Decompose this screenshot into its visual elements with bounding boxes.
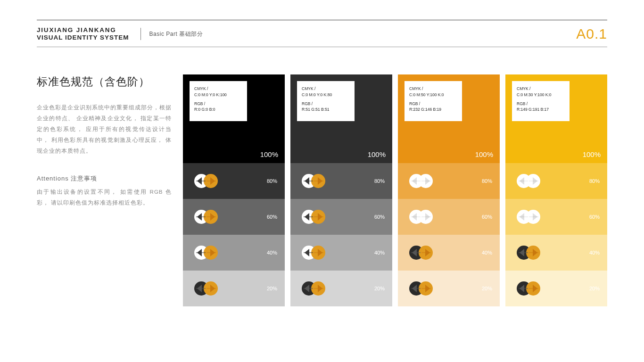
page-header: JIUXIANG JIANKANG VISUAL IDENTITY SYSTEM… <box>37 20 607 47</box>
swatch-column: CMYK / C:0 M:0 Y:0 K:100 RGB / R:0 G:0 B… <box>183 74 285 306</box>
swatch-head: CMYK / C:0 M:0 Y:0 K:100 RGB / R:0 G:0 B… <box>183 74 285 163</box>
cmyk-value: C:0 M:0 Y:0 K:80 <box>302 92 350 98</box>
tint-row: 80% <box>183 163 285 199</box>
rgb-value: R:0 G:0 B:0 <box>194 107 242 113</box>
color-spec-card: CMYK / C:0 M:50 Y:100 K:0 RGB / R:232 G:… <box>405 81 462 121</box>
tint-percent: 40% <box>374 250 385 255</box>
tint-percent-100: 100% <box>260 150 278 158</box>
attention-title: Attentions 注意事项 <box>37 174 172 183</box>
brand-block: JIUXIANG JIANKANG VISUAL IDENTITY SYSTEM <box>37 26 129 41</box>
logo-icon <box>406 279 436 298</box>
tint-row: 80% <box>398 163 500 199</box>
cmyk-value: C:0 M:50 Y:100 K:0 <box>409 92 457 98</box>
tint-row: 60% <box>290 199 392 235</box>
tint-percent: 20% <box>482 286 492 291</box>
rgb-label: RGB / <box>517 101 565 107</box>
color-spec-card: CMYK / C:0 M:30 Y:100 K:0 RGB / R:149 G:… <box>512 81 570 121</box>
tint-row: 60% <box>183 199 285 235</box>
tint-row: 20% <box>398 271 500 306</box>
tint-percent-100: 100% <box>583 150 601 158</box>
tint-row: 40% <box>398 235 500 271</box>
section-title: 标准色规范（含色阶） <box>37 74 172 89</box>
tint-percent: 60% <box>589 214 600 220</box>
logo-icon <box>514 243 543 262</box>
rgb-value: R:232 G:146 B:19 <box>409 107 457 113</box>
cmyk-value: C:0 M:0 Y:0 K:100 <box>194 92 242 98</box>
tint-percent: 40% <box>267 250 277 255</box>
tint-row: 80% <box>505 163 607 199</box>
logo-icon <box>191 207 221 226</box>
tint-percent: 60% <box>482 214 492 220</box>
divider <box>140 28 141 40</box>
tint-row: 60% <box>505 199 607 235</box>
tint-percent: 80% <box>482 178 492 184</box>
swatch-column: CMYK / C:0 M:50 Y:100 K:0 RGB / R:232 G:… <box>398 74 500 306</box>
logo-icon <box>406 207 436 226</box>
tint-percent: 20% <box>374 286 385 291</box>
tint-percent: 60% <box>374 214 385 220</box>
swatch-grid: CMYK / C:0 M:0 Y:0 K:100 RGB / R:0 G:0 B… <box>183 74 607 306</box>
tint-percent: 40% <box>482 250 492 255</box>
tint-percent: 60% <box>267 214 277 220</box>
brand-line-1: JIUXIANG JIANKANG <box>37 26 129 34</box>
rgb-label: RGB / <box>409 101 457 107</box>
logo-icon <box>191 279 221 298</box>
logo-icon <box>299 207 328 226</box>
swatch-head: CMYK / C:0 M:50 Y:100 K:0 RGB / R:232 G:… <box>398 74 500 163</box>
tint-row: 40% <box>505 235 607 271</box>
tint-percent: 20% <box>589 286 600 291</box>
tint-row: 80% <box>290 163 392 199</box>
logo-icon <box>299 172 328 190</box>
color-spec-card: CMYK / C:0 M:0 Y:0 K:100 RGB / R:0 G:0 B… <box>190 81 247 121</box>
rgb-value: R:51 G:51 B:51 <box>302 107 350 113</box>
tint-percent-100: 100% <box>475 150 493 158</box>
tint-row: 40% <box>290 235 392 271</box>
cmyk-label: CMYK / <box>517 86 565 92</box>
logo-icon <box>406 172 436 190</box>
cmyk-label: CMYK / <box>194 86 242 92</box>
logo-icon <box>191 172 221 190</box>
logo-icon <box>514 172 543 190</box>
color-spec-card: CMYK / C:0 M:0 Y:0 K:80 RGB / R:51 G:51 … <box>297 81 355 121</box>
logo-icon <box>299 243 328 262</box>
logo-icon <box>406 243 436 262</box>
tint-row: 20% <box>183 271 285 306</box>
sidebar-text: 标准色规范（含色阶） 企业色彩是企业识别系统中的重要组成部分，根据企业的特点、 … <box>37 74 183 306</box>
rgb-label: RGB / <box>302 101 350 107</box>
tint-percent: 80% <box>589 178 600 184</box>
logo-icon <box>514 207 543 226</box>
logo-icon <box>514 279 543 298</box>
tint-percent-100: 100% <box>368 150 386 158</box>
page-code: A0.1 <box>576 26 607 42</box>
rgb-label: RGB / <box>194 101 242 107</box>
cmyk-label: CMYK / <box>302 86 350 92</box>
brand-line-2: VISUAL IDENTITY SYSTEM <box>37 34 129 41</box>
attention-paragraph: 由于输出设备的设置不同， 如需使用 RGB 色彩， 请以印刷色值为标准选择相近色… <box>37 187 172 208</box>
swatch-column: CMYK / C:0 M:30 Y:100 K:0 RGB / R:149 G:… <box>505 74 607 306</box>
logo-icon <box>191 243 221 262</box>
swatch-head: CMYK / C:0 M:30 Y:100 K:0 RGB / R:149 G:… <box>505 74 607 163</box>
header-subtitle: Basic Part 基础部分 <box>149 30 203 38</box>
tint-row: 20% <box>290 271 392 306</box>
tint-percent: 80% <box>267 178 277 184</box>
swatch-column: CMYK / C:0 M:0 Y:0 K:80 RGB / R:51 G:51 … <box>290 74 392 306</box>
cmyk-value: C:0 M:30 Y:100 K:0 <box>517 92 565 98</box>
tint-percent: 40% <box>589 250 600 255</box>
cmyk-label: CMYK / <box>409 86 457 92</box>
tint-row: 60% <box>398 199 500 235</box>
rgb-value: R:149 G:191 B:17 <box>517 107 565 113</box>
section-paragraph: 企业色彩是企业识别系统中的重要组成部分，根据企业的特点、 企业精神及企业文化， … <box>37 102 172 156</box>
logo-icon <box>299 279 328 298</box>
tint-row: 40% <box>183 235 285 271</box>
swatch-head: CMYK / C:0 M:0 Y:0 K:80 RGB / R:51 G:51 … <box>290 74 392 163</box>
tint-percent: 80% <box>374 178 385 184</box>
tint-percent: 20% <box>267 286 277 291</box>
tint-row: 20% <box>505 271 607 306</box>
